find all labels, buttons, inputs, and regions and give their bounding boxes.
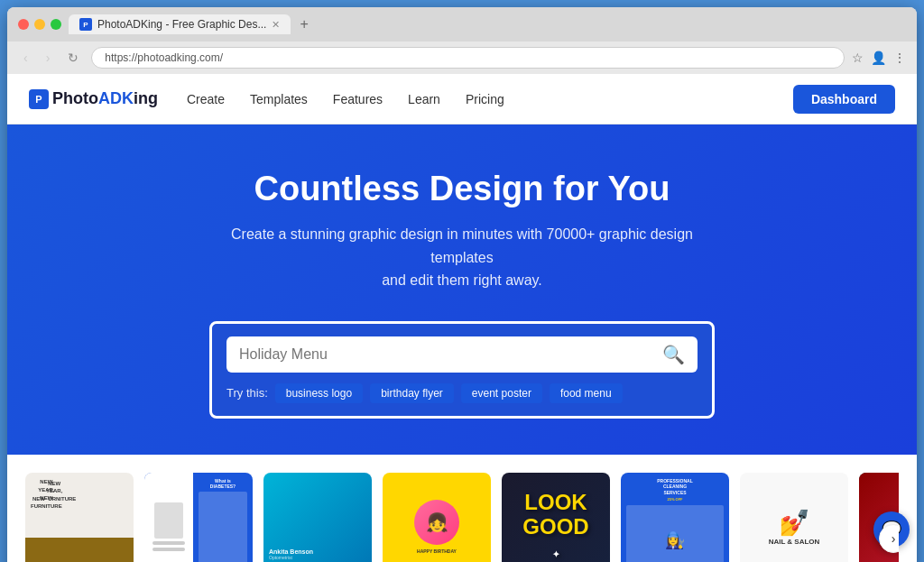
address-bar[interactable]: https://photoadking.com/ (91, 47, 845, 69)
bookmark-icon[interactable]: ☆ (852, 51, 864, 65)
hero-title: Countless Design for You (254, 170, 670, 208)
nav-templates[interactable]: Templates (250, 92, 308, 106)
close-dot[interactable] (18, 19, 29, 30)
tab-close-button[interactable]: ✕ (272, 19, 280, 31)
search-bar: 🔍 (226, 336, 698, 373)
browser-actions: ☆ 👤 ⋮ (852, 51, 906, 65)
browser-dots (18, 19, 61, 30)
template-card-product-ad[interactable]: PROFESSIONALCLEANINGSERVICES 25% OFF 👩‍🔧… (621, 473, 729, 562)
new-tab-button[interactable]: + (294, 14, 313, 34)
suggestion-food-menu[interactable]: food menu (550, 383, 623, 403)
business-card-thumbnail: Ankita Benson Optometrist 👁 EYECARE (263, 473, 372, 562)
logo-icon: P (29, 89, 49, 109)
suggestion-event-poster[interactable]: event poster (461, 383, 542, 403)
template-card-business-card[interactable]: Ankita Benson Optometrist 👁 EYECARE Busi… (263, 473, 372, 562)
search-input[interactable] (239, 346, 662, 363)
templates-scroll: NEWYEAR,NEWFURNITURE Flyer (25, 473, 899, 562)
nav-pricing[interactable]: Pricing (466, 92, 504, 106)
back-button[interactable]: ‹ (18, 49, 33, 67)
logo[interactable]: P PhotoADKing (29, 89, 158, 109)
url-text: https://photoadking.com/ (105, 51, 831, 64)
suggestion-birthday-flyer[interactable]: birthday flyer (370, 383, 454, 403)
menu-icon[interactable]: ⋮ (893, 51, 906, 65)
dashboard-button[interactable]: Dashboard (793, 85, 895, 114)
forward-button[interactable]: › (41, 49, 56, 67)
hero-subtitle: Create a stunning graphic design in minu… (209, 223, 715, 292)
template-card-invitation[interactable]: 👧 HAPPY BIRTHDAY Invitation (383, 473, 491, 562)
navbar: P PhotoADKing Create Templates Features … (7, 74, 917, 124)
try-this-label: Try this: (226, 386, 268, 400)
nav-learn[interactable]: Learn (408, 92, 440, 106)
brochure-thumbnail: What isDIABETES? (144, 473, 253, 562)
flyer-thumbnail: NEWYEAR,NEWFURNITURE (25, 473, 134, 562)
maximize-dot[interactable] (51, 19, 61, 30)
search-suggestions: Try this: business logo birthday flyer e… (226, 383, 698, 403)
templates-section: NEWYEAR,NEWFURNITURE Flyer (7, 455, 917, 562)
browser-titlebar: P PhotoADKing - Free Graphic Des... ✕ + (7, 7, 917, 41)
template-card-brochure[interactable]: What isDIABETES? Brochure (144, 473, 253, 562)
website-content: P PhotoADKing Create Templates Features … (7, 74, 917, 562)
logo-thumbnail: 💅 NAIL & SALON (740, 473, 848, 562)
search-container: 🔍 Try this: business logo birthday flyer… (209, 321, 715, 419)
product-ad-thumbnail: PROFESSIONALCLEANINGSERVICES 25% OFF 👩‍🔧 (621, 473, 729, 562)
refresh-button[interactable]: ↻ (62, 49, 84, 67)
tab-favicon: P (79, 18, 92, 31)
logo-text: PhotoADKing (52, 89, 158, 108)
tab-label: PhotoADKing - Free Graphic Des... (97, 18, 266, 31)
template-card-poster[interactable]: LOOKGOOD✦ Poster (502, 473, 610, 562)
suggestion-business-logo[interactable]: business logo (275, 383, 363, 403)
nav-links: Create Templates Features Learn Pricing (187, 92, 793, 106)
hero-section: Countless Design for You Create a stunni… (7, 124, 917, 455)
template-card-logo[interactable]: 💅 NAIL & SALON Logo (740, 473, 848, 562)
search-icon[interactable]: 🔍 (662, 344, 685, 365)
active-tab[interactable]: P PhotoADKing - Free Graphic Des... ✕ (69, 14, 291, 34)
browser-addressbar: ‹ › ↻ https://photoadking.com/ ☆ 👤 ⋮ (7, 41, 917, 74)
invitation-thumbnail: 👧 HAPPY BIRTHDAY (383, 473, 491, 562)
nav-features[interactable]: Features (333, 92, 383, 106)
browser-tabs: P PhotoADKing - Free Graphic Des... ✕ + (69, 14, 906, 34)
nav-create[interactable]: Create (187, 92, 225, 106)
template-card-flyer[interactable]: NEWYEAR,NEWFURNITURE Flyer (25, 473, 134, 562)
poster-thumbnail: LOOKGOOD✦ (502, 473, 610, 562)
profile-icon[interactable]: 👤 (871, 51, 886, 65)
minimize-dot[interactable] (34, 19, 45, 30)
